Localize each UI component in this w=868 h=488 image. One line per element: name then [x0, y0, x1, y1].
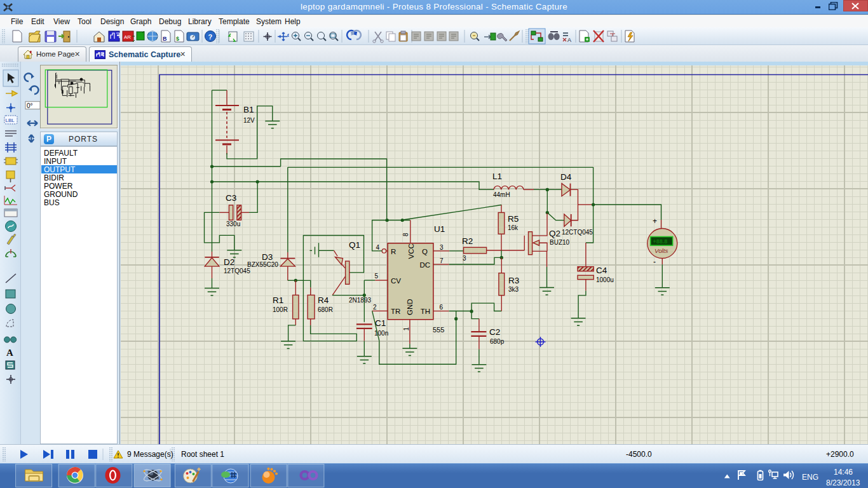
svg-text:R2: R2 [462, 236, 473, 246]
svg-text:1000u: 1000u [596, 276, 614, 283]
svg-text:100R: 100R [273, 306, 288, 313]
svg-text:L1: L1 [492, 172, 502, 181]
svg-text:2: 2 [373, 304, 377, 311]
svg-text:3: 3 [463, 255, 466, 262]
svg-text:Volts: Volts [654, 247, 668, 254]
svg-text:DC: DC [419, 261, 430, 269]
svg-text:LBL: LBL [6, 118, 15, 123]
svg-text:VCC: VCC [407, 243, 415, 259]
svg-text:555: 555 [433, 326, 444, 334]
svg-text:R: R [391, 248, 396, 255]
svg-text:BZX55C20: BZX55C20 [247, 261, 278, 268]
svg-text:5: 5 [375, 273, 379, 280]
svg-text:D4: D4 [560, 172, 572, 182]
svg-text:A: A [6, 348, 13, 358]
svg-text:B1: B1 [243, 105, 254, 114]
svg-text:680R: 680R [318, 306, 333, 313]
svg-text:BUZ10: BUZ10 [550, 239, 570, 246]
svg-text:44mH: 44mH [493, 191, 510, 198]
svg-text:R1: R1 [273, 295, 283, 305]
svg-text:R3: R3 [508, 276, 519, 285]
svg-text:R4: R4 [318, 295, 329, 305]
svg-text:1: 1 [403, 327, 410, 331]
svg-text:+: + [653, 217, 657, 226]
svg-text:8: 8 [402, 233, 409, 236]
svg-text:CV: CV [391, 277, 401, 285]
svg-text:C3: C3 [226, 193, 236, 203]
svg-text:D3: D3 [262, 252, 273, 262]
svg-text:16k: 16k [508, 224, 519, 231]
svg-text:330u: 330u [226, 220, 240, 227]
svg-text:?: ? [208, 33, 213, 41]
svg-text:$: $ [176, 36, 179, 42]
svg-text:+88.8: +88.8 [653, 238, 668, 245]
svg-text:2N1893: 2N1893 [349, 297, 371, 304]
svg-text:TR: TR [391, 308, 400, 315]
svg-text:12CTQ045: 12CTQ045 [562, 229, 593, 236]
svg-text:GND: GND [406, 299, 414, 315]
svg-text:100n: 100n [374, 330, 388, 337]
svg-text:AR: AR [124, 34, 131, 40]
svg-text:0°: 0° [27, 102, 33, 109]
svg-text:TH: TH [421, 308, 430, 315]
svg-text:7: 7 [440, 257, 444, 264]
svg-text:12TQ045: 12TQ045 [224, 268, 250, 274]
svg-text:Q: Q [422, 248, 428, 255]
svg-text:-: - [653, 257, 656, 266]
svg-text:12V: 12V [243, 117, 255, 124]
svg-text:680p: 680p [490, 338, 505, 345]
svg-text:R5: R5 [508, 214, 519, 224]
svg-text:Q1: Q1 [349, 240, 360, 250]
svg-text:Q2: Q2 [549, 229, 560, 238]
svg-text:A: A [567, 37, 571, 43]
svg-text:3: 3 [440, 244, 444, 251]
svg-text:C1: C1 [375, 318, 386, 328]
svg-text:C2: C2 [489, 327, 500, 337]
svg-text:4: 4 [376, 244, 380, 251]
svg-text:U1: U1 [434, 224, 445, 234]
svg-text:3k3: 3k3 [508, 286, 519, 293]
svg-text:D2: D2 [224, 257, 234, 267]
svg-text:6: 6 [440, 304, 444, 311]
svg-text:C4: C4 [596, 266, 607, 275]
svg-text:B: B [163, 36, 167, 42]
